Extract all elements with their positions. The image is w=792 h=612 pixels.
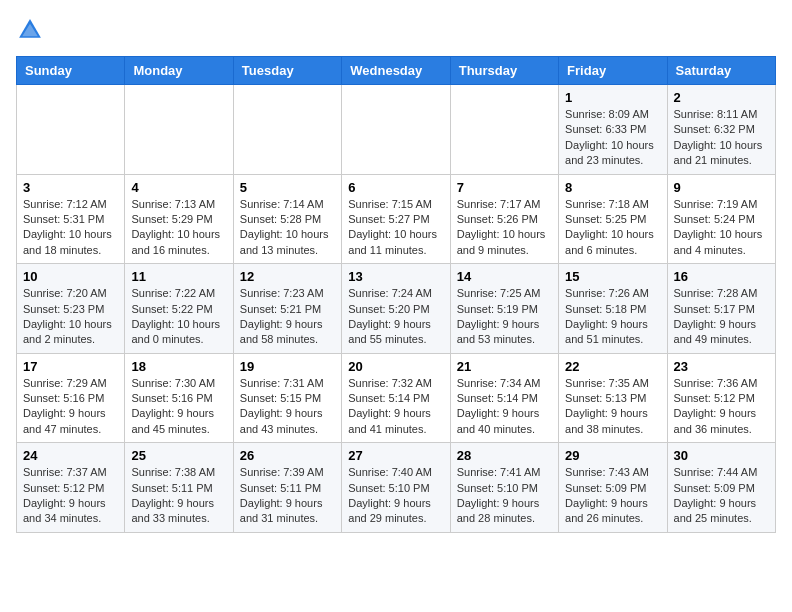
- day-number: 25: [131, 448, 226, 463]
- calendar-table: SundayMondayTuesdayWednesdayThursdayFrid…: [16, 56, 776, 533]
- day-info: Sunrise: 7:36 AMSunset: 5:12 PMDaylight:…: [674, 376, 769, 438]
- day-number: 20: [348, 359, 443, 374]
- day-number: 30: [674, 448, 769, 463]
- calendar-week-3: 10Sunrise: 7:20 AMSunset: 5:23 PMDayligh…: [17, 264, 776, 354]
- calendar-day-25: 25Sunrise: 7:38 AMSunset: 5:11 PMDayligh…: [125, 443, 233, 533]
- day-info: Sunrise: 7:44 AMSunset: 5:09 PMDaylight:…: [674, 465, 769, 527]
- day-number: 8: [565, 180, 660, 195]
- day-info: Sunrise: 7:34 AMSunset: 5:14 PMDaylight:…: [457, 376, 552, 438]
- calendar-day-9: 9Sunrise: 7:19 AMSunset: 5:24 PMDaylight…: [667, 174, 775, 264]
- empty-cell: [17, 85, 125, 175]
- calendar-day-5: 5Sunrise: 7:14 AMSunset: 5:28 PMDaylight…: [233, 174, 341, 264]
- calendar-week-2: 3Sunrise: 7:12 AMSunset: 5:31 PMDaylight…: [17, 174, 776, 264]
- calendar-header: SundayMondayTuesdayWednesdayThursdayFrid…: [17, 57, 776, 85]
- empty-cell: [125, 85, 233, 175]
- weekday-header-monday: Monday: [125, 57, 233, 85]
- calendar-day-4: 4Sunrise: 7:13 AMSunset: 5:29 PMDaylight…: [125, 174, 233, 264]
- day-number: 13: [348, 269, 443, 284]
- empty-cell: [342, 85, 450, 175]
- day-info: Sunrise: 8:11 AMSunset: 6:32 PMDaylight:…: [674, 107, 769, 169]
- calendar-week-1: 1Sunrise: 8:09 AMSunset: 6:33 PMDaylight…: [17, 85, 776, 175]
- calendar-day-10: 10Sunrise: 7:20 AMSunset: 5:23 PMDayligh…: [17, 264, 125, 354]
- day-info: Sunrise: 7:13 AMSunset: 5:29 PMDaylight:…: [131, 197, 226, 259]
- day-number: 19: [240, 359, 335, 374]
- day-info: Sunrise: 7:18 AMSunset: 5:25 PMDaylight:…: [565, 197, 660, 259]
- day-info: Sunrise: 7:39 AMSunset: 5:11 PMDaylight:…: [240, 465, 335, 527]
- day-number: 14: [457, 269, 552, 284]
- weekday-header-sunday: Sunday: [17, 57, 125, 85]
- day-info: Sunrise: 8:09 AMSunset: 6:33 PMDaylight:…: [565, 107, 660, 169]
- day-number: 5: [240, 180, 335, 195]
- day-info: Sunrise: 7:17 AMSunset: 5:26 PMDaylight:…: [457, 197, 552, 259]
- day-number: 12: [240, 269, 335, 284]
- logo: [16, 16, 48, 44]
- day-info: Sunrise: 7:31 AMSunset: 5:15 PMDaylight:…: [240, 376, 335, 438]
- day-info: Sunrise: 7:14 AMSunset: 5:28 PMDaylight:…: [240, 197, 335, 259]
- day-info: Sunrise: 7:28 AMSunset: 5:17 PMDaylight:…: [674, 286, 769, 348]
- logo-icon: [16, 16, 44, 44]
- calendar-day-23: 23Sunrise: 7:36 AMSunset: 5:12 PMDayligh…: [667, 353, 775, 443]
- calendar-day-30: 30Sunrise: 7:44 AMSunset: 5:09 PMDayligh…: [667, 443, 775, 533]
- day-info: Sunrise: 7:30 AMSunset: 5:16 PMDaylight:…: [131, 376, 226, 438]
- calendar-day-15: 15Sunrise: 7:26 AMSunset: 5:18 PMDayligh…: [559, 264, 667, 354]
- day-number: 4: [131, 180, 226, 195]
- day-number: 11: [131, 269, 226, 284]
- day-info: Sunrise: 7:12 AMSunset: 5:31 PMDaylight:…: [23, 197, 118, 259]
- calendar-day-1: 1Sunrise: 8:09 AMSunset: 6:33 PMDaylight…: [559, 85, 667, 175]
- day-number: 28: [457, 448, 552, 463]
- calendar-day-13: 13Sunrise: 7:24 AMSunset: 5:20 PMDayligh…: [342, 264, 450, 354]
- calendar-day-19: 19Sunrise: 7:31 AMSunset: 5:15 PMDayligh…: [233, 353, 341, 443]
- day-info: Sunrise: 7:35 AMSunset: 5:13 PMDaylight:…: [565, 376, 660, 438]
- day-info: Sunrise: 7:37 AMSunset: 5:12 PMDaylight:…: [23, 465, 118, 527]
- day-number: 2: [674, 90, 769, 105]
- calendar-day-11: 11Sunrise: 7:22 AMSunset: 5:22 PMDayligh…: [125, 264, 233, 354]
- day-info: Sunrise: 7:43 AMSunset: 5:09 PMDaylight:…: [565, 465, 660, 527]
- page-header: [16, 16, 776, 44]
- day-number: 18: [131, 359, 226, 374]
- day-number: 21: [457, 359, 552, 374]
- calendar-day-6: 6Sunrise: 7:15 AMSunset: 5:27 PMDaylight…: [342, 174, 450, 264]
- day-info: Sunrise: 7:40 AMSunset: 5:10 PMDaylight:…: [348, 465, 443, 527]
- calendar-day-27: 27Sunrise: 7:40 AMSunset: 5:10 PMDayligh…: [342, 443, 450, 533]
- calendar-week-4: 17Sunrise: 7:29 AMSunset: 5:16 PMDayligh…: [17, 353, 776, 443]
- day-number: 17: [23, 359, 118, 374]
- day-info: Sunrise: 7:38 AMSunset: 5:11 PMDaylight:…: [131, 465, 226, 527]
- calendar-day-17: 17Sunrise: 7:29 AMSunset: 5:16 PMDayligh…: [17, 353, 125, 443]
- calendar-week-5: 24Sunrise: 7:37 AMSunset: 5:12 PMDayligh…: [17, 443, 776, 533]
- weekday-header-tuesday: Tuesday: [233, 57, 341, 85]
- calendar-day-28: 28Sunrise: 7:41 AMSunset: 5:10 PMDayligh…: [450, 443, 558, 533]
- day-info: Sunrise: 7:22 AMSunset: 5:22 PMDaylight:…: [131, 286, 226, 348]
- empty-cell: [233, 85, 341, 175]
- day-info: Sunrise: 7:29 AMSunset: 5:16 PMDaylight:…: [23, 376, 118, 438]
- weekday-header-saturday: Saturday: [667, 57, 775, 85]
- day-info: Sunrise: 7:32 AMSunset: 5:14 PMDaylight:…: [348, 376, 443, 438]
- weekday-row: SundayMondayTuesdayWednesdayThursdayFrid…: [17, 57, 776, 85]
- day-number: 22: [565, 359, 660, 374]
- calendar-day-18: 18Sunrise: 7:30 AMSunset: 5:16 PMDayligh…: [125, 353, 233, 443]
- day-number: 7: [457, 180, 552, 195]
- day-number: 26: [240, 448, 335, 463]
- day-number: 3: [23, 180, 118, 195]
- calendar-day-20: 20Sunrise: 7:32 AMSunset: 5:14 PMDayligh…: [342, 353, 450, 443]
- calendar-day-2: 2Sunrise: 8:11 AMSunset: 6:32 PMDaylight…: [667, 85, 775, 175]
- day-number: 6: [348, 180, 443, 195]
- day-number: 1: [565, 90, 660, 105]
- day-number: 16: [674, 269, 769, 284]
- day-info: Sunrise: 7:25 AMSunset: 5:19 PMDaylight:…: [457, 286, 552, 348]
- day-number: 24: [23, 448, 118, 463]
- day-number: 15: [565, 269, 660, 284]
- day-number: 27: [348, 448, 443, 463]
- day-number: 10: [23, 269, 118, 284]
- day-info: Sunrise: 7:41 AMSunset: 5:10 PMDaylight:…: [457, 465, 552, 527]
- calendar-day-16: 16Sunrise: 7:28 AMSunset: 5:17 PMDayligh…: [667, 264, 775, 354]
- weekday-header-friday: Friday: [559, 57, 667, 85]
- calendar-day-3: 3Sunrise: 7:12 AMSunset: 5:31 PMDaylight…: [17, 174, 125, 264]
- calendar-day-21: 21Sunrise: 7:34 AMSunset: 5:14 PMDayligh…: [450, 353, 558, 443]
- weekday-header-thursday: Thursday: [450, 57, 558, 85]
- calendar-body: 1Sunrise: 8:09 AMSunset: 6:33 PMDaylight…: [17, 85, 776, 533]
- calendar-day-8: 8Sunrise: 7:18 AMSunset: 5:25 PMDaylight…: [559, 174, 667, 264]
- calendar-day-22: 22Sunrise: 7:35 AMSunset: 5:13 PMDayligh…: [559, 353, 667, 443]
- day-info: Sunrise: 7:24 AMSunset: 5:20 PMDaylight:…: [348, 286, 443, 348]
- day-info: Sunrise: 7:20 AMSunset: 5:23 PMDaylight:…: [23, 286, 118, 348]
- weekday-header-wednesday: Wednesday: [342, 57, 450, 85]
